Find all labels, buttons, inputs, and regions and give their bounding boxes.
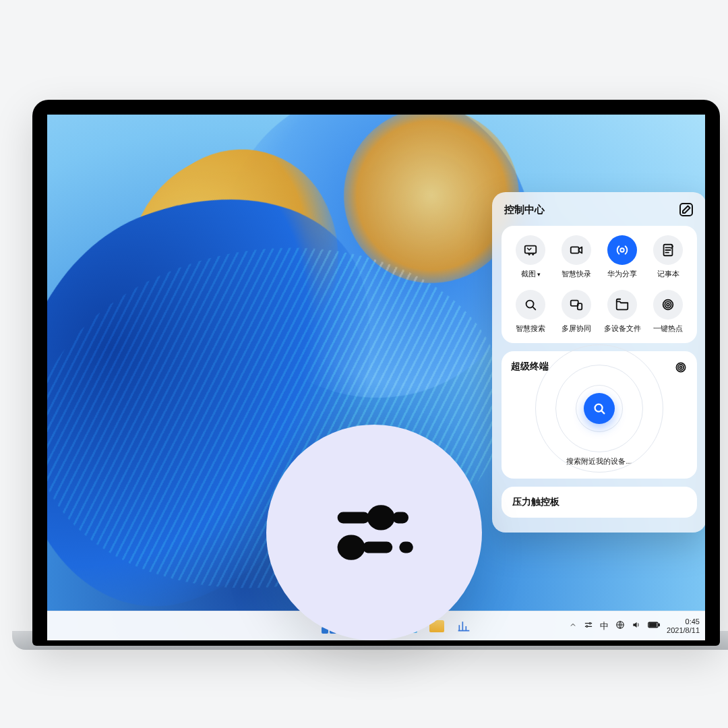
record-icon bbox=[562, 235, 591, 265]
clock-time: 0:45 bbox=[667, 617, 700, 626]
edit-icon[interactable] bbox=[678, 202, 694, 218]
toggle-multiscreen[interactable]: 多屏协同 bbox=[555, 290, 597, 334]
svg-rect-22 bbox=[338, 512, 370, 523]
svg-rect-20 bbox=[659, 624, 660, 626]
toggle-hotspot[interactable]: 一键热点 bbox=[647, 290, 689, 334]
hotspot-icon bbox=[653, 290, 683, 320]
multiscreen-icon bbox=[562, 290, 591, 320]
control-center-tray-icon[interactable] bbox=[584, 620, 593, 632]
volume-icon[interactable] bbox=[632, 620, 641, 632]
toggle-label: 智慧快录 bbox=[562, 269, 591, 279]
svg-point-8 bbox=[667, 303, 669, 306]
toggle-label: 多设备文件 bbox=[604, 324, 641, 334]
sliders-feature-icon bbox=[266, 425, 482, 640]
control-center-panel: 控制中心 bbox=[492, 192, 705, 533]
toggle-label: 智慧搜索 bbox=[516, 324, 545, 334]
super-terminal-card: 超级终端 bbox=[502, 351, 697, 479]
screenshot-icon bbox=[516, 235, 545, 265]
toggle-share[interactable]: 华为分享 bbox=[601, 235, 643, 279]
svg-point-12 bbox=[678, 365, 684, 370]
svg-point-5 bbox=[526, 301, 534, 308]
svg-point-25 bbox=[338, 535, 365, 559]
system-tray: 中 0:45 2021/8/11 bbox=[569, 611, 700, 640]
force-touch-card[interactable]: 压力触控板 bbox=[502, 487, 697, 518]
toggle-files[interactable]: 多设备文件 bbox=[601, 290, 643, 334]
search-icon bbox=[516, 290, 545, 320]
toggle-search[interactable]: 智慧搜索 bbox=[510, 290, 551, 334]
control-center-header: 控制中心 bbox=[502, 202, 697, 226]
svg-rect-26 bbox=[363, 542, 392, 553]
taskbar-clock[interactable]: 0:45 2021/8/11 bbox=[667, 617, 700, 634]
pc-manager-icon[interactable] bbox=[455, 617, 473, 635]
device-radar bbox=[539, 378, 660, 459]
notepad-icon bbox=[653, 235, 683, 265]
network-icon[interactable] bbox=[615, 620, 625, 632]
toggle-label: 记事本 bbox=[657, 269, 679, 279]
ime-indicator[interactable]: 中 bbox=[600, 620, 609, 632]
toggle-label: 华为分享 bbox=[607, 269, 637, 279]
svg-point-11 bbox=[679, 366, 681, 368]
toggle-screenshot[interactable]: 截图▾ bbox=[510, 235, 551, 279]
radar-settings-icon[interactable] bbox=[674, 361, 688, 374]
svg-rect-7 bbox=[578, 303, 582, 309]
svg-rect-21 bbox=[649, 624, 657, 627]
svg-point-3 bbox=[620, 248, 624, 252]
svg-rect-24 bbox=[392, 512, 408, 523]
svg-point-23 bbox=[367, 505, 395, 530]
force-touch-title: 压力触控板 bbox=[512, 496, 686, 508]
svg-rect-2 bbox=[571, 247, 579, 253]
toggle-notepad[interactable]: 记事本 bbox=[647, 235, 689, 279]
toggle-label: 截图▾ bbox=[521, 269, 541, 279]
toggle-record[interactable]: 智慧快录 bbox=[555, 235, 597, 279]
toggle-label: 多屏协同 bbox=[562, 324, 591, 334]
files-icon bbox=[607, 290, 637, 320]
svg-rect-27 bbox=[399, 542, 413, 553]
svg-point-9 bbox=[665, 301, 671, 307]
chevron-up-icon[interactable] bbox=[569, 621, 577, 631]
control-center-title: 控制中心 bbox=[504, 204, 545, 216]
quick-toggles-card: 截图▾ 智慧快录 bbox=[502, 226, 697, 343]
share-icon bbox=[607, 235, 637, 265]
radar-search-button[interactable] bbox=[584, 393, 615, 424]
toggle-label: 一键热点 bbox=[653, 324, 683, 334]
battery-icon[interactable] bbox=[648, 621, 660, 631]
svg-rect-0 bbox=[680, 204, 692, 216]
clock-date: 2021/8/11 bbox=[667, 626, 700, 635]
